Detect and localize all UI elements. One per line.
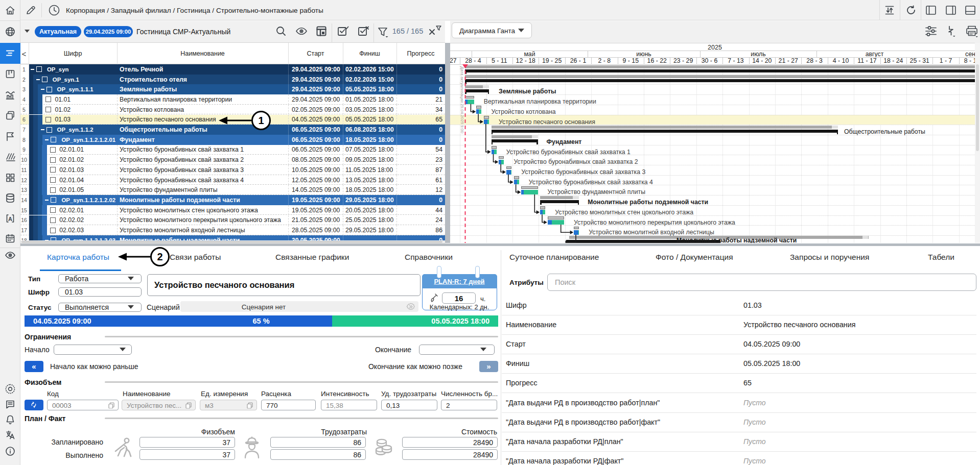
svg-text:1: 1 — [258, 115, 264, 126]
svg-text:A: A — [8, 216, 12, 222]
svg-text:2: 2 — [157, 251, 162, 262]
